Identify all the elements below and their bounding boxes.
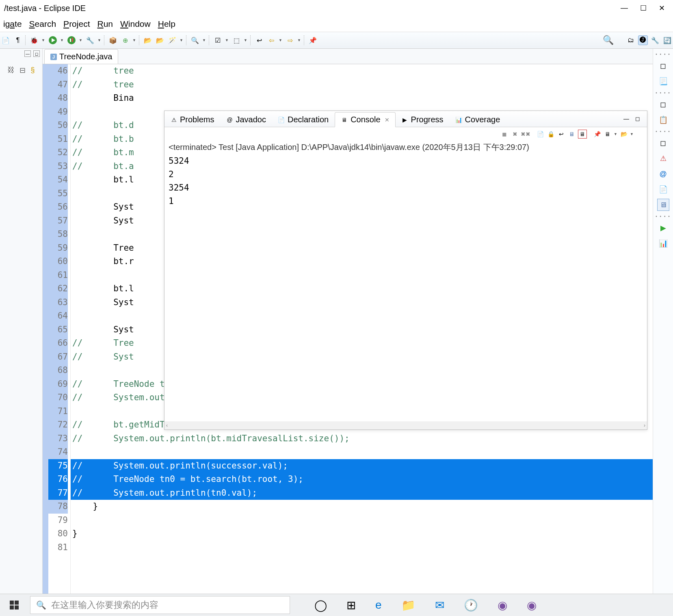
code-line[interactable]: [71, 445, 653, 459]
restore-icon[interactable]: ◻: [657, 60, 669, 72]
restore-icon[interactable]: ◻: [657, 137, 669, 149]
terminate-icon[interactable]: ◼: [500, 130, 509, 139]
run-last-icon[interactable]: 🔧: [85, 35, 95, 45]
menu-window[interactable]: Window: [120, 19, 151, 29]
tab-console[interactable]: 🖥Console✕: [335, 112, 395, 127]
code-line[interactable]: }: [71, 500, 653, 514]
taskbar-search[interactable]: 🔍 在这里输入你要搜索的内容: [30, 596, 290, 614]
new-package-icon[interactable]: 📦: [108, 35, 118, 45]
open-type-icon[interactable]: 📂: [143, 35, 153, 45]
dropdown-icon[interactable]: ▼: [614, 132, 618, 136]
run-icon[interactable]: [48, 35, 58, 45]
scroll-lock-icon[interactable]: 🔒: [546, 130, 555, 139]
dropdown-icon[interactable]: ▼: [132, 38, 136, 42]
code-line[interactable]: // TreeNode tn0 = bt.search(bt.root, 3);: [71, 473, 653, 486]
clear-console-icon[interactable]: 📄: [536, 130, 545, 139]
tab-javadoc[interactable]: @Javadoc: [220, 113, 272, 127]
dropdown-icon[interactable]: ▼: [97, 38, 102, 42]
open-console-icon[interactable]: 📂: [619, 130, 628, 139]
dropdown-icon[interactable]: ▼: [630, 132, 634, 136]
menu-help[interactable]: Help: [158, 19, 175, 29]
menu-search[interactable]: Search: [29, 19, 56, 29]
scroll-left-icon[interactable]: ‹: [166, 423, 168, 428]
dropdown-icon[interactable]: ▼: [297, 38, 301, 42]
task-view-icon[interactable]: ⊞: [346, 599, 356, 612]
coverage-icon[interactable]: 📊: [657, 237, 669, 249]
code-line[interactable]: Bina: [71, 91, 653, 105]
pin-console-icon[interactable]: 📌: [593, 130, 602, 139]
debug-perspective-icon[interactable]: 🔧: [650, 35, 660, 45]
tab-coverage[interactable]: 📊Coverage: [450, 113, 506, 127]
code-line[interactable]: [71, 514, 653, 527]
edge-icon[interactable]: e: [375, 599, 382, 612]
forward-icon[interactable]: ⇨: [285, 35, 295, 45]
restore-view-icon[interactable]: ◻: [33, 50, 40, 57]
minimize-button[interactable]: —: [621, 4, 628, 13]
problems-icon[interactable]: ⚠: [657, 152, 669, 165]
pilcrow-icon[interactable]: ¶: [13, 35, 23, 45]
toggle-block-icon[interactable]: ⬚: [232, 35, 241, 45]
tab-progress[interactable]: ▶Progress: [396, 113, 450, 127]
outline-view-icon[interactable]: 📃: [657, 75, 669, 87]
outline-icon[interactable]: §: [30, 66, 35, 75]
hierarchy-icon[interactable]: ⊟: [19, 66, 26, 75]
remove-launch-icon[interactable]: ✖: [511, 130, 519, 139]
code-line[interactable]: // System.out.println(tn0.val);: [71, 486, 653, 500]
console-scrollbar[interactable]: ‹ ›: [164, 421, 647, 429]
dropdown-icon[interactable]: ▼: [60, 38, 64, 42]
remove-all-icon[interactable]: ✖✖: [521, 130, 530, 139]
new-icon[interactable]: 📄: [1, 35, 11, 45]
dropdown-icon[interactable]: ▼: [244, 38, 248, 42]
console-icon[interactable]: 🖥: [657, 199, 669, 211]
maximize-button[interactable]: ☐: [640, 4, 647, 13]
dropdown-icon[interactable]: ▼: [279, 38, 283, 42]
file-explorer-icon[interactable]: 📁: [401, 599, 415, 612]
next-annotation-icon[interactable]: ↩: [254, 35, 264, 45]
declaration-icon[interactable]: 📄: [657, 183, 669, 195]
menu-project[interactable]: Project: [63, 19, 90, 29]
team-perspective-icon[interactable]: 🔄: [662, 35, 672, 45]
menu-run[interactable]: Run: [97, 19, 113, 29]
pin-editor-icon[interactable]: 📌: [308, 35, 318, 45]
code-line[interactable]: }: [71, 527, 653, 541]
scroll-right-icon[interactable]: ›: [644, 423, 645, 428]
task-list-icon[interactable]: 📋: [657, 114, 669, 126]
close-tab-icon[interactable]: ✕: [385, 117, 390, 123]
editor-tab-treenode[interactable]: J TreeNode.java: [44, 49, 118, 64]
restore-icon[interactable]: ◻: [657, 98, 669, 111]
dropdown-icon[interactable]: ▼: [41, 38, 45, 42]
package-explorer-icon[interactable]: ⛓: [7, 66, 15, 75]
code-line[interactable]: // System.out.println(successor.val);: [71, 459, 653, 473]
new-class-icon[interactable]: ⊕: [120, 35, 130, 45]
open-task-icon[interactable]: 📂: [155, 35, 165, 45]
dropdown-icon[interactable]: ▼: [180, 38, 184, 42]
progress-icon[interactable]: ▶: [657, 222, 669, 234]
display-selected-icon[interactable]: 🖥: [603, 130, 612, 139]
coverage-icon[interactable]: [67, 35, 76, 45]
cortana-icon[interactable]: ◯: [314, 599, 327, 612]
start-button[interactable]: [0, 594, 28, 616]
eclipse-app-icon-2[interactable]: ◉: [527, 599, 537, 612]
dropdown-icon[interactable]: ▼: [79, 38, 83, 42]
minimize-panel-icon[interactable]: —: [622, 114, 631, 123]
eclipse-app-icon[interactable]: ◉: [498, 599, 507, 612]
minimize-view-icon[interactable]: —: [24, 50, 31, 57]
word-wrap-icon[interactable]: ↩: [557, 130, 566, 139]
maximize-panel-icon[interactable]: ◻: [633, 114, 642, 123]
show-console-on-out-icon[interactable]: 🖥: [567, 130, 576, 139]
code-line[interactable]: // System.out.println(bt.midTravesalList…: [71, 432, 653, 446]
wand-icon[interactable]: 🪄: [167, 35, 177, 45]
dropdown-icon[interactable]: ▼: [202, 38, 206, 42]
tab-problems[interactable]: ⚠Problems: [164, 113, 220, 127]
close-button[interactable]: ✕: [659, 4, 665, 13]
mail-icon[interactable]: ✉: [435, 599, 444, 612]
menu-igate[interactable]: igate: [3, 19, 22, 29]
debug-icon[interactable]: 🐞: [29, 35, 39, 45]
search-access-icon[interactable]: 🔍: [603, 35, 613, 45]
console-output[interactable]: 5324232541: [164, 154, 647, 421]
search-icon[interactable]: 🔍: [190, 35, 200, 45]
dropdown-icon[interactable]: ▼: [225, 38, 229, 42]
java-perspective-icon[interactable]: 🅙: [638, 35, 648, 45]
tab-declaration[interactable]: 📄Declaration: [272, 113, 335, 127]
code-line[interactable]: // tree: [71, 78, 653, 92]
